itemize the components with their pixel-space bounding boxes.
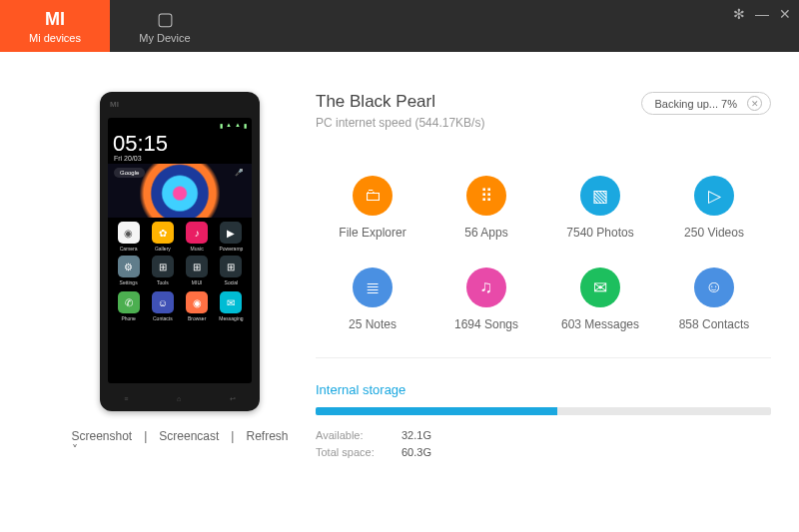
tile-icon: ▧ — [580, 176, 620, 216]
tile-603-messages[interactable]: ✉603 Messages — [543, 267, 657, 331]
mi-frame-logo-icon: MI — [110, 100, 119, 109]
dock-phone: ✆Phone — [113, 291, 144, 321]
tile-icon: ▷ — [694, 176, 734, 216]
tile-label: 603 Messages — [561, 317, 639, 331]
app-music: ♪Music — [182, 222, 213, 252]
app-gallery: ✿Gallery — [147, 222, 178, 252]
phone-panel: MI ▮▲▲▮ 05:15 Fri 20/03 Google 🎤 ◉Camera… — [90, 92, 270, 532]
tile-7540-photos[interactable]: ▧7540 Photos — [543, 176, 657, 240]
backup-status: Backing up... 7% ✕ — [641, 92, 771, 115]
tile-icon: ☺ — [694, 267, 734, 307]
phone-screen[interactable]: ▮▲▲▮ 05:15 Fri 20/03 Google 🎤 ◉Camera✿Ga… — [108, 118, 252, 383]
tile-icon: ♫ — [466, 267, 506, 307]
window-controls: ✻ — ✕ — [733, 6, 791, 22]
close-icon[interactable]: ✕ — [779, 6, 791, 22]
tab-label: My Device — [139, 32, 190, 44]
device-icon: ▢ — [157, 8, 174, 30]
status-bar: ▮▲▲▮ — [113, 122, 247, 129]
phone-actions: Screenshot ˅ | Screencast | Refresh — [72, 429, 289, 457]
cancel-backup-icon[interactable]: ✕ — [747, 96, 762, 111]
app-poweramp: ▶Poweramp — [216, 222, 247, 252]
tile-858-contacts[interactable]: ☺858 Contacts — [657, 267, 771, 331]
storage-section: Internal storage Available: 32.1G Total … — [316, 382, 771, 460]
tile-25-notes[interactable]: ≣25 Notes — [316, 267, 429, 331]
dock-messaging: ✉Messaging — [216, 291, 247, 321]
phone-frame: MI ▮▲▲▮ 05:15 Fri 20/03 Google 🎤 ◉Camera… — [100, 92, 260, 411]
app-social: ⊞Social — [216, 256, 247, 285]
wallpaper: Google 🎤 — [108, 164, 252, 218]
device-subtitle: PC internet speed (544.17KB/s) — [316, 116, 484, 130]
tile-56-apps[interactable]: ⠿56 Apps — [429, 176, 543, 240]
tile-250-videos[interactable]: ▷250 Videos — [657, 176, 771, 240]
tab-mi-devices[interactable]: MI Mi devices — [0, 0, 110, 52]
tile-1694-songs[interactable]: ♫1694 Songs — [429, 267, 543, 331]
tile-label: 250 Videos — [684, 226, 744, 240]
mi-logo-icon: MI — [45, 9, 65, 30]
mic-icon: 🎤 — [235, 169, 244, 177]
divider: | — [144, 429, 147, 457]
storage-bar — [316, 407, 771, 415]
backup-text: Backing up... 7% — [654, 98, 737, 110]
tile-grid: 🗀File Explorer⠿56 Apps▧7540 Photos▷250 V… — [316, 176, 771, 358]
app-grid: ◉Camera✿Gallery♪Music▶Poweramp⚙Settings⊞… — [113, 222, 247, 285]
tab-my-device[interactable]: ▢ My Device — [110, 0, 220, 52]
nav-keys: ≡⌂↩ — [100, 395, 260, 403]
header-bar: MI Mi devices ▢ My Device ✻ — ✕ — [0, 0, 799, 52]
dock: ✆Phone☺Contacts◉Browser✉Messaging — [113, 291, 247, 321]
dock-browser: ◉Browser — [182, 291, 213, 321]
app-settings: ⚙Settings — [113, 256, 144, 285]
app-camera: ◉Camera — [113, 222, 144, 252]
settings-icon[interactable]: ✻ — [733, 6, 745, 22]
available-value: 32.1G — [401, 427, 431, 444]
tile-icon: ✉ — [580, 267, 620, 307]
minimize-icon[interactable]: — — [755, 6, 769, 22]
tile-label: 858 Contacts — [679, 317, 750, 331]
tab-label: Mi devices — [29, 32, 81, 44]
tile-label: 1694 Songs — [454, 317, 518, 331]
tile-file-explorer[interactable]: 🗀File Explorer — [316, 176, 429, 240]
tile-label: 7540 Photos — [566, 226, 633, 240]
app-miui: ⊞MIUI — [182, 256, 213, 285]
device-title: The Black Pearl — [316, 92, 484, 112]
divider: | — [231, 429, 234, 457]
tile-icon: ⠿ — [466, 176, 506, 216]
screenshot-button[interactable]: Screenshot ˅ — [72, 429, 133, 457]
tile-label: 25 Notes — [349, 317, 397, 331]
available-label: Available: — [316, 427, 401, 444]
google-search: Google — [114, 168, 145, 178]
tile-label: 56 Apps — [464, 226, 507, 240]
tile-icon: ≣ — [353, 267, 393, 307]
device-panel: The Black Pearl PC internet speed (544.1… — [270, 92, 771, 532]
lock-clock: 05:15 Fri 20/03 — [113, 133, 247, 162]
storage-title: Internal storage — [316, 382, 771, 397]
storage-bar-fill — [316, 407, 557, 415]
dock-contacts: ☺Contacts — [147, 291, 178, 321]
app-tools: ⊞Tools — [147, 256, 178, 285]
screencast-button[interactable]: Screencast — [159, 429, 219, 457]
tile-icon: 🗀 — [353, 176, 393, 216]
total-value: 60.3G — [401, 444, 431, 461]
total-label: Total space: — [316, 444, 401, 461]
tile-label: File Explorer — [339, 226, 405, 240]
